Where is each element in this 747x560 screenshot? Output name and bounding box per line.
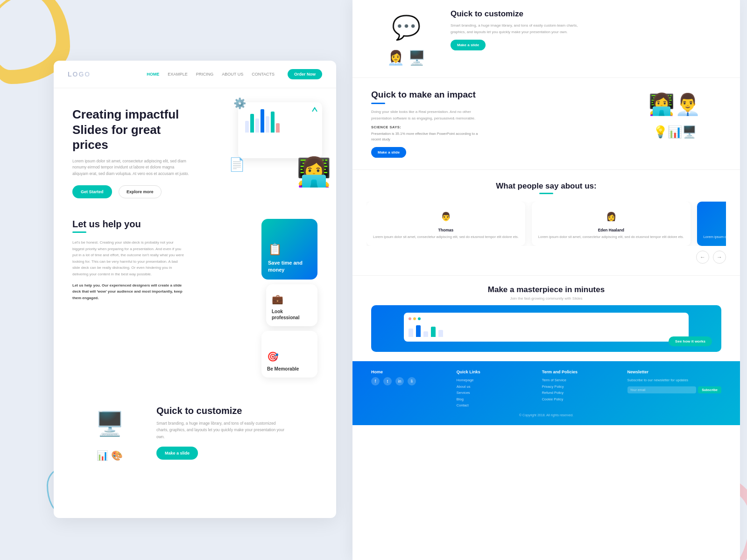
- footer-section: Home f t in li Quick Links Homepage Abou…: [352, 361, 740, 425]
- masterpiece-section: Make a masterpiece in minutes Join the f…: [352, 276, 740, 361]
- left-panel: LOGO HOME EXAMPLE PRICING ABOUT US CONTA…: [54, 61, 336, 518]
- memorable-card-text: Be Memorable: [267, 366, 299, 372]
- testimonial-text-2: Lorem ipsum dolor sit amet, consectetur …: [538, 234, 684, 239]
- footer-col-home: Home f t in li: [371, 370, 450, 409]
- order-now-button[interactable]: Order Now: [288, 69, 322, 79]
- chart-window: [238, 102, 322, 158]
- logo: LOGO: [68, 70, 91, 78]
- testimonial-name-3: Thomas Pitre: [704, 228, 726, 232]
- footer-social-links: f t in li: [371, 377, 450, 385]
- help-description: Let's be honest. Creating your slide-dec…: [72, 239, 184, 278]
- be-memorable-card: 🎯 Be Memorable: [261, 331, 317, 378]
- right-panel: 💬 👩‍💼 🖥️ Quick to customize Smart brandi…: [352, 0, 740, 560]
- memorable-icon: 🎯: [267, 351, 279, 362]
- science-says-label: SCIENCE SAYS:: [371, 125, 619, 129]
- footer-link-blog[interactable]: Blog: [457, 396, 535, 403]
- demo-chart: [409, 323, 684, 337]
- newsletter-desc: Subscribe to our newsletter for updates: [627, 377, 721, 384]
- testimonials-next-button[interactable]: →: [713, 251, 726, 264]
- testimonial-avatar-1: 👨: [437, 208, 454, 225]
- footer-col-links: Quick Links Homepage About us Services B…: [457, 370, 535, 409]
- help-highlight-text: Let us help you. Our experienced designe…: [72, 282, 184, 301]
- footer-link-privacy[interactable]: Privacy Policy: [542, 384, 620, 390]
- footer-col-home-title: Home: [371, 370, 450, 374]
- right-top-illustration: 💬 👩‍💼 🖥️: [371, 9, 441, 68]
- newsletter-form: Subscribe: [627, 386, 721, 393]
- nav-pricing[interactable]: PRICING: [196, 72, 214, 77]
- arrow-up-icon: [311, 106, 318, 113]
- facebook-icon[interactable]: f: [371, 377, 380, 385]
- hero-buttons: Get Started Explore more: [72, 185, 322, 198]
- testimonial-card-1: 👨 Thomas Lorem ipsum dolor sit amet, con…: [366, 202, 525, 246]
- testimonial-name-2: Eden Haaland: [538, 228, 684, 232]
- demo-dot-red: [409, 317, 411, 320]
- make-slide-button-right-top[interactable]: Make a slide: [451, 40, 486, 50]
- testimonials-prev-button[interactable]: ←: [696, 251, 709, 264]
- nav-contacts[interactable]: CONTACTS: [252, 72, 275, 77]
- get-started-button[interactable]: Get Started: [72, 185, 112, 198]
- demo-dots: [409, 317, 684, 320]
- instagram-icon[interactable]: in: [395, 377, 404, 385]
- footer-link-services[interactable]: Services: [457, 390, 535, 396]
- make-slide-button-left[interactable]: Make a slide: [156, 447, 198, 460]
- impact-description: Doing your slide looks like a Real prese…: [371, 109, 493, 121]
- impact-illustration: 👩‍💻👨‍💼 💡📊🖥️: [628, 90, 721, 141]
- make-slide-button-impact[interactable]: Make a slide: [371, 147, 406, 158]
- customize-description: Smart branding, a huge image library, an…: [156, 420, 287, 440]
- subscribe-button[interactable]: Subscribe: [698, 386, 721, 393]
- footer-link-homepage[interactable]: Homepage: [457, 377, 535, 384]
- footer-link-contact[interactable]: Contact: [457, 402, 535, 409]
- footer-link-about[interactable]: About us: [457, 384, 535, 390]
- footer-link-tos[interactable]: Term of Service: [542, 377, 620, 384]
- newsletter-email-input[interactable]: [627, 386, 697, 393]
- testimonial-text-3: Lorem ipsum dolor sit amet, consectetur …: [704, 234, 726, 239]
- twitter-icon[interactable]: t: [383, 377, 392, 385]
- footer-col-terms: Term and Policies Term of Service Privac…: [542, 370, 620, 409]
- customize-illustration: 🖥️ 📊 🎨: [72, 406, 147, 464]
- linkedin-icon[interactable]: li: [408, 377, 416, 385]
- footer-link-cookie[interactable]: Cookie Policy: [542, 396, 620, 403]
- hero-person-figure: 👩‍💻: [296, 158, 331, 186]
- feature-cards: 📋 Save time and money 💼 Look professiona…: [261, 219, 317, 378]
- hero-title: Creating impactful Slides for great pric…: [72, 107, 194, 153]
- testimonial-avatar-2: 👩: [603, 208, 620, 225]
- hero-section: Creating impactful Slides for great pric…: [54, 88, 336, 210]
- right-top-text: Quick to customize Smart branding, a hug…: [451, 9, 581, 50]
- nav-home[interactable]: HOME: [147, 72, 159, 77]
- look-card-text: Look professional: [272, 308, 312, 321]
- footer-copyright: © Copyright 2018. All rights reserved.: [371, 413, 721, 417]
- chart-illustration: [243, 107, 317, 135]
- hero-doc-figure: 📄: [229, 157, 245, 172]
- testimonials-title: What people say about us:: [366, 182, 726, 191]
- testimonials-underline: [539, 193, 553, 194]
- navbar: LOGO HOME EXAMPLE PRICING ABOUT US CONTA…: [54, 61, 336, 88]
- impact-text: Quick to make an impact Doing your slide…: [371, 90, 619, 158]
- masterpiece-title: Make a masterpiece in minutes: [371, 285, 721, 294]
- look-icon: 💼: [272, 294, 283, 305]
- demo-dot-green: [418, 317, 421, 320]
- look-professional-card: 💼 Look professional: [266, 284, 317, 326]
- right-top-desc: Smart branding, a huge image library, an…: [451, 22, 581, 35]
- hero-gear-figure: ⚙️: [233, 98, 246, 110]
- save-time-card: 📋 Save time and money: [261, 219, 317, 280]
- see-how-it-works-button[interactable]: See how it works: [669, 336, 712, 346]
- hero-illustration: 👩‍💻 📄 ⚙️: [229, 93, 331, 186]
- masterpiece-subtitle: Join the fast-growing community with Sli…: [371, 296, 721, 301]
- science-description: Presentation is 35.1% more effective tha…: [371, 131, 483, 142]
- testimonial-card-2: 👩 Eden Haaland Lorem ipsum dolor sit ame…: [532, 202, 691, 246]
- nav-about[interactable]: ABOUT US: [222, 72, 243, 77]
- footer-grid: Home f t in li Quick Links Homepage Abou…: [371, 370, 721, 409]
- testimonial-text-1: Lorem ipsum dolor sit amet, consectetur …: [373, 234, 519, 239]
- explore-more-button[interactable]: Explore more: [119, 185, 162, 198]
- customize-title: Quick to customize: [156, 406, 317, 416]
- impact-section: Quick to make an impact Doing your slide…: [352, 78, 740, 170]
- masterpiece-demo: See how it works: [371, 305, 721, 352]
- testimonial-name-1: Thomas: [373, 228, 519, 232]
- impact-title-underline: [371, 103, 385, 104]
- right-top-title: Quick to customize: [451, 9, 581, 19]
- footer-link-refund[interactable]: Refund Policy: [542, 390, 620, 396]
- nav-example[interactable]: EXAMPLE: [168, 72, 188, 77]
- right-top-section: 💬 👩‍💼 🖥️ Quick to customize Smart brandi…: [352, 0, 740, 78]
- testimonials-row: 👨 Thomas Lorem ipsum dolor sit amet, con…: [366, 202, 726, 246]
- help-title: Let us help you: [72, 219, 252, 230]
